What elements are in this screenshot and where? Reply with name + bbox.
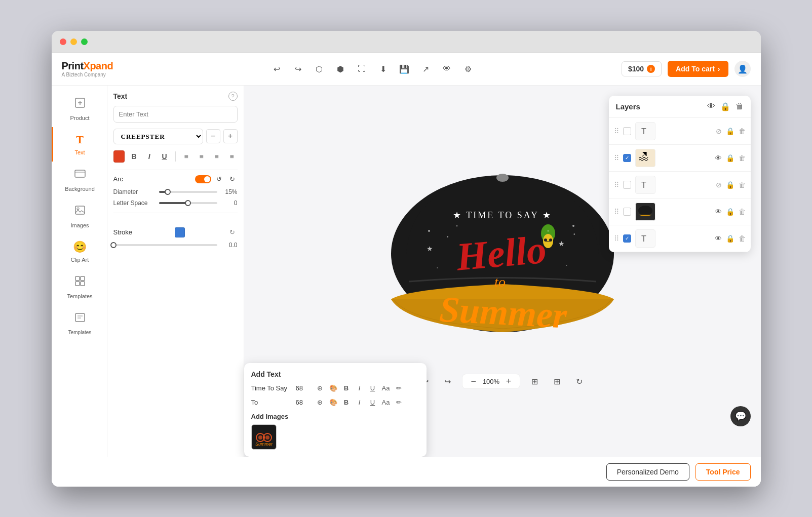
layers-eye-icon[interactable]: 👁 (707, 102, 715, 111)
layer-eye-visible-icon[interactable]: 👁 (715, 234, 722, 243)
add-to-cart-button[interactable]: Add To cart › (668, 61, 728, 77)
arc-toggle-track[interactable] (195, 175, 211, 183)
download-icon[interactable]: ⬇ (376, 62, 390, 76)
redo-icon[interactable]: ↪ (291, 62, 305, 76)
ungroup-icon[interactable]: ⬢ (333, 62, 347, 76)
group-icon[interactable]: ⬡ (312, 62, 326, 76)
settings-icon[interactable]: ⚙ (461, 62, 475, 76)
text-item-bold-icon[interactable]: B (341, 383, 352, 393)
layer-checkbox[interactable] (623, 154, 631, 162)
canvas-size-icon[interactable]: ⊞ (526, 373, 543, 389)
text-item-edit-icon[interactable]: ✏ (394, 383, 404, 393)
layers-lock-icon[interactable]: 🔒 (720, 102, 730, 111)
canvas-refresh-icon[interactable]: ↻ (571, 373, 587, 389)
save-icon[interactable]: 💾 (397, 62, 411, 76)
chat-icon[interactable]: 💬 (730, 406, 751, 426)
canvas-redo-icon[interactable]: ↪ (440, 373, 456, 389)
close-button[interactable] (60, 38, 66, 45)
user-icon[interactable]: 👤 (734, 61, 751, 77)
text-item-bold-icon[interactable]: B (341, 397, 352, 408)
hat-canvas[interactable]: ★ TIME TO SAY ★ Hello to Summer (376, 152, 629, 365)
share-icon[interactable]: ↗ (418, 62, 433, 76)
layer-lock-icon[interactable]: 🔒 (726, 127, 734, 135)
layer-lock-icon[interactable]: 🔒 (726, 154, 734, 162)
text-item-palette-icon[interactable]: 🎨 (328, 397, 338, 408)
layer-delete-icon[interactable]: 🗑 (739, 154, 746, 162)
text-item-color-icon[interactable]: ⊕ (315, 397, 325, 408)
text-item-color-icon[interactable]: ⊕ (315, 383, 325, 393)
layer-drag-handle[interactable]: ⠿ (614, 234, 619, 243)
align-center-button[interactable]: ≡ (196, 150, 207, 163)
layer-lock-icon[interactable]: 🔒 (726, 208, 734, 216)
minimize-button[interactable] (70, 38, 77, 45)
text-input[interactable] (113, 106, 238, 123)
text-color-swatch[interactable] (113, 150, 125, 163)
align-right-button[interactable]: ≡ (211, 150, 222, 163)
personalized-demo-button[interactable]: Personalized Demo (606, 463, 689, 481)
eye-icon[interactable]: 👁 (440, 62, 454, 76)
text-item-font-icon[interactable]: Aa (381, 397, 391, 408)
sidebar-item-clipart[interactable]: 😊 Clip Art (52, 234, 107, 269)
layer-drag-handle[interactable]: ⠿ (614, 154, 619, 162)
text-item-italic-icon[interactable]: I (355, 397, 365, 408)
layer-eye-visible-icon[interactable]: 👁 (715, 208, 722, 216)
sidebar-item-background[interactable]: Background (52, 162, 107, 198)
layer-drag-handle[interactable]: ⠿ (614, 181, 619, 189)
zoom-in-button[interactable]: + (504, 376, 514, 386)
layer-lock-icon[interactable]: 🔒 (726, 181, 734, 189)
sidebar-item-text[interactable]: T Text (52, 127, 107, 162)
layer-delete-icon[interactable]: 🗑 (739, 208, 746, 216)
text-item-palette-icon[interactable]: 🎨 (328, 383, 338, 393)
stroke-thumb[interactable] (110, 242, 117, 248)
layer-checkbox[interactable] (623, 208, 631, 216)
price-button[interactable]: $100 i (622, 61, 662, 76)
font-size-plus-btn[interactable]: + (223, 129, 238, 143)
arc-refresh-icon[interactable]: ↻ (227, 174, 238, 184)
image-thumbnail[interactable]: Summer (251, 424, 277, 450)
text-item-edit-icon[interactable]: ✏ (394, 397, 404, 408)
stroke-reset-icon[interactable]: ↻ (227, 227, 237, 237)
sidebar-item-images[interactable]: Images (52, 198, 107, 234)
arc-reset-icon[interactable]: ↺ (214, 174, 224, 184)
layer-eye-visible-icon[interactable]: 👁 (715, 154, 722, 162)
stroke-color-swatch[interactable] (175, 227, 185, 237)
align-left-button[interactable]: ≡ (181, 150, 192, 163)
diameter-slider[interactable] (159, 191, 217, 193)
arc-toggle[interactable] (195, 175, 211, 183)
justify-button[interactable]: ≡ (226, 150, 237, 163)
stroke-slider[interactable] (113, 244, 217, 246)
layer-delete-icon[interactable]: 🗑 (739, 181, 746, 189)
expand-icon[interactable]: ⛶ (355, 62, 369, 76)
text-item-italic-icon[interactable]: I (355, 383, 365, 393)
font-select[interactable]: CREEPSTER (113, 129, 203, 144)
sidebar-item-templates[interactable]: Templates (52, 269, 107, 305)
layer-eye-hidden-icon[interactable]: ⊘ (716, 127, 722, 135)
text-item-font-icon[interactable]: Aa (381, 383, 391, 393)
underline-button[interactable]: U (159, 150, 170, 163)
layer-checkbox[interactable] (623, 127, 631, 135)
sidebar-item-product[interactable]: Product (52, 91, 107, 127)
tool-price-button[interactable]: Tool Price (695, 463, 751, 481)
layer-drag-handle[interactable]: ⠿ (614, 127, 619, 135)
font-size-minus-btn[interactable]: − (206, 129, 220, 143)
layer-lock-icon[interactable]: 🔒 (726, 234, 734, 243)
layer-delete-icon[interactable]: 🗑 (739, 234, 746, 243)
undo-icon[interactable]: ↩ (269, 62, 284, 76)
sidebar-item-templates2[interactable]: Templates (52, 305, 107, 341)
bold-button[interactable]: B (129, 150, 140, 163)
diameter-slider-thumb[interactable] (165, 189, 171, 195)
letter-space-thumb[interactable] (185, 200, 191, 206)
layer-delete-icon[interactable]: 🗑 (739, 127, 746, 135)
letter-space-slider[interactable] (159, 202, 217, 204)
layer-drag-handle[interactable]: ⠿ (614, 208, 619, 216)
panel-info-icon[interactable]: ? (228, 92, 238, 101)
canvas-grid-icon[interactable]: ⊞ (549, 373, 565, 389)
layer-checkbox[interactable] (623, 181, 631, 189)
text-item-underline-icon[interactable]: U (368, 397, 378, 408)
zoom-out-button[interactable]: − (469, 376, 479, 386)
layer-eye-hidden-icon[interactable]: ⊘ (716, 181, 722, 189)
text-item-underline-icon[interactable]: U (368, 383, 378, 393)
italic-button[interactable]: I (144, 150, 155, 163)
fullscreen-button[interactable] (81, 38, 88, 45)
layers-delete-icon[interactable]: 🗑 (736, 102, 744, 111)
